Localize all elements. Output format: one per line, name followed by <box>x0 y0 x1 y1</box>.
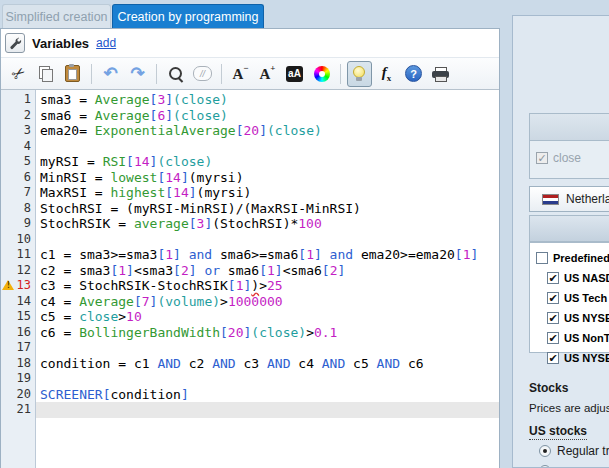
code-line[interactable]: 6MinRSI = lowest[14](myrsi) <box>1 170 499 186</box>
code-line[interactable]: 20SCREENER[condition] <box>1 387 499 403</box>
us-stocks-heading: US stocks <box>529 424 587 438</box>
code-line[interactable]: 7MaxRSI = highest[14](myrsi) <box>1 185 499 201</box>
font-decrease-icon: A− <box>233 65 249 83</box>
comment-bubble-icon: // <box>193 66 212 81</box>
radio-selected-icon <box>539 445 551 457</box>
checked-checkbox[interactable]: ✔ <box>547 312 559 324</box>
close-checkbox[interactable]: ✓ <box>536 152 548 164</box>
code-line[interactable]: 4 <box>1 139 499 155</box>
code-line[interactable]: 21 <box>1 402 499 418</box>
function-icon: fx <box>382 64 392 83</box>
screener-settings-panel: ✓ close Netherlan Predefined✔US NASD✔US … <box>512 15 609 468</box>
code-line[interactable]: 11c1 = sma3>=sma3[1] and sma6>=sma6[1] a… <box>1 247 499 263</box>
help-button[interactable]: ? <box>401 61 426 87</box>
market-item[interactable]: ✔US NYSE <box>530 308 609 328</box>
market-item-label: US Tech <box>564 292 607 304</box>
code-line[interactable]: 10 <box>1 232 499 248</box>
copy-icon <box>39 66 52 81</box>
market-item[interactable]: Predefined <box>530 248 609 268</box>
lightbulb-icon <box>353 66 366 82</box>
code-line[interactable]: 2sma6 = Average[6](close) <box>1 108 499 124</box>
close-checkbox-label: close <box>553 151 581 165</box>
code-line[interactable]: 3ema20= ExponentialAverage[20](close) <box>1 123 499 139</box>
checked-checkbox[interactable]: ✔ <box>547 292 559 304</box>
tab-creation-by-programming[interactable]: Creation by programming <box>112 4 264 28</box>
color-button[interactable] <box>309 61 334 87</box>
regular-trading-radio[interactable]: Regular trad <box>539 444 609 458</box>
toolbar-divider <box>91 64 92 84</box>
code-line[interactable]: 12c2 = sma3[1]<sma3[2] or sma6[1]<sma6[2… <box>1 263 499 279</box>
comment-button[interactable]: // <box>190 61 215 87</box>
case-button[interactable]: aA <box>282 61 307 87</box>
font-increase-button[interactable]: A+ <box>255 61 280 87</box>
code-line[interactable]: 8StochRSI = (myRSI-MinRSI)/(MaxRSI-MinRS… <box>1 201 499 217</box>
paste-icon <box>65 65 80 82</box>
screen: Simplified creation Creation by programm… <box>0 0 609 468</box>
code-line[interactable]: 1sma3 = Average[3](close) <box>1 92 499 108</box>
variables-bar: Variables add <box>1 29 499 58</box>
print-icon <box>432 67 449 81</box>
search-button[interactable] <box>163 61 188 87</box>
wrench-button[interactable] <box>5 33 25 53</box>
warning-icon: ! <box>2 280 14 290</box>
code-line[interactable]: 9StochRSIK = average[3](StochRSI)*100 <box>1 216 499 232</box>
function-button[interactable]: fx <box>374 61 399 87</box>
market-item[interactable]: ✔US NASD <box>530 268 609 288</box>
print-button[interactable] <box>428 61 453 87</box>
code-line[interactable]: 15c5 = close>10 <box>1 309 499 325</box>
code-lines[interactable]: 1sma3 = Average[3](close)2sma6 = Average… <box>1 90 499 468</box>
price-field-box: ✓ close <box>529 113 609 179</box>
checked-checkbox[interactable]: ✔ <box>547 272 559 284</box>
redo-button[interactable]: ↷ <box>125 61 150 87</box>
scissors-icon: ✂ <box>8 62 30 85</box>
cut-button[interactable]: ✂ <box>6 61 31 87</box>
market-item[interactable]: ✔US NonT <box>530 328 609 348</box>
toolbar-divider <box>340 64 341 84</box>
color-wheel-icon <box>314 66 330 82</box>
help-icon: ? <box>405 65 422 82</box>
undo-icon: ↶ <box>103 63 117 84</box>
code-editor-panel: Variables add ✂ ↶ ↷ // A− A+ aA fx ? 1s <box>0 28 500 468</box>
code-line[interactable]: 17 <box>1 340 499 356</box>
regular-trading-label: Regular trad <box>557 444 609 458</box>
market-selector-label: Netherlan <box>566 192 609 206</box>
market-item[interactable]: ✔US Tech <box>530 288 609 308</box>
market-selector-dropdown[interactable]: Netherlan <box>529 186 609 212</box>
code-line[interactable]: 5myRSI = RSI[14](close) <box>1 154 499 170</box>
toolbar-divider <box>156 64 157 84</box>
code-line[interactable]: 18condition = c1 AND c2 AND c3 AND c4 AN… <box>1 356 499 372</box>
undo-button[interactable]: ↶ <box>98 61 123 87</box>
unchecked-checkbox[interactable] <box>536 252 548 264</box>
case-icon: aA <box>286 66 303 82</box>
code-line[interactable]: !13c3 = StochRSIK-StochRSIK[1])>25 <box>1 278 499 294</box>
hint-toggle-button[interactable] <box>347 61 372 87</box>
code-line[interactable]: 16c6 = BollingerBandWidth[20](close)>0.1 <box>1 325 499 341</box>
variables-title: Variables <box>32 36 89 51</box>
tab-simplified-creation[interactable]: Simplified creation <box>2 4 111 28</box>
market-item-label: US NonT <box>564 332 609 344</box>
stocks-heading: Stocks <box>529 381 568 395</box>
font-decrease-button[interactable]: A− <box>228 61 253 87</box>
wrench-icon <box>9 37 22 50</box>
add-variable-link[interactable]: add <box>96 36 116 50</box>
market-item-label: US NYSE <box>564 312 609 324</box>
netherlands-flag-icon <box>542 194 559 205</box>
font-increase-icon: A+ <box>260 65 276 83</box>
toolbar-divider <box>221 64 222 84</box>
market-item-label: Predefined <box>553 252 609 264</box>
search-icon <box>168 66 184 82</box>
price-field-header <box>530 114 609 141</box>
markets-list-header <box>529 215 609 242</box>
editor-toolbar: ✂ ↶ ↷ // A− A+ aA fx ? <box>1 58 499 90</box>
checked-checkbox[interactable]: ✔ <box>547 332 559 344</box>
code-line[interactable]: 19 <box>1 371 499 387</box>
market-item-label: US NASD <box>564 272 609 284</box>
stocks-note: Prices are adjust <box>529 402 609 414</box>
checked-checkbox[interactable]: ✔ <box>547 352 559 364</box>
markets-list: Predefined✔US NASD✔US Tech✔US NYSE✔US No… <box>529 242 609 353</box>
code-line[interactable]: 14c4 = Average[7](volume)>1000000 <box>1 294 499 310</box>
paste-button[interactable] <box>60 61 85 87</box>
market-item[interactable]: ✔US NYSE <box>530 348 609 368</box>
market-item-label: US NYSE <box>564 352 609 364</box>
copy-button[interactable] <box>33 61 58 87</box>
